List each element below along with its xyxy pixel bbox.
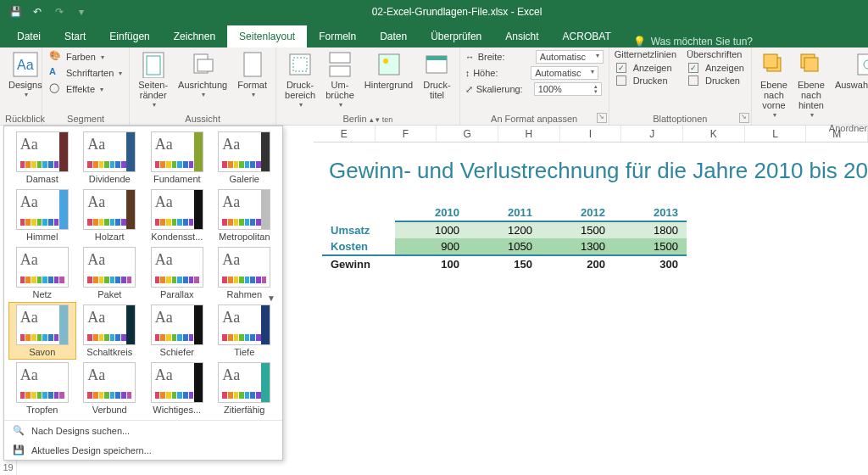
col-header[interactable]: H: [498, 126, 560, 142]
year-header[interactable]: 2011: [468, 204, 541, 221]
theme-item[interactable]: AaDamast: [9, 130, 75, 186]
theme-item[interactable]: AaFundament: [144, 130, 210, 186]
theme-item[interactable]: AaHimmel: [9, 187, 75, 243]
tab-start[interactable]: Start: [53, 25, 97, 48]
cell[interactable]: 1500: [614, 238, 687, 255]
scale-icon: ⤢: [465, 84, 473, 95]
theme-item[interactable]: AaSchiefer: [144, 303, 210, 359]
auswahlbereich-button[interactable]: Auswahlbereich: [832, 49, 868, 92]
value: Automatisc: [540, 52, 586, 62]
spinner-icon[interactable]: ▴▾: [594, 84, 598, 94]
col-header[interactable]: J: [621, 126, 683, 142]
cell[interactable]: 1500: [541, 221, 614, 238]
umbrueche-button[interactable]: Um- brüche▾: [322, 49, 358, 112]
window-title: 02-Excel-Grundlagen-File.xlsx - Excel: [97, 6, 868, 18]
undo-icon[interactable]: ↶: [27, 3, 47, 21]
theme-item[interactable]: AaTiefe: [212, 303, 278, 359]
druckbereich-button[interactable]: Druck- bereich▾: [281, 49, 319, 112]
save-icon[interactable]: 💾: [5, 3, 25, 21]
tab-daten[interactable]: Daten: [368, 25, 419, 48]
dialog-launcher-icon[interactable]: ↘: [597, 113, 607, 123]
pl-table[interactable]: 2010 2011 2012 2013 Umsatz 1000 1200 150…: [322, 204, 687, 272]
theme-label: Himmel: [11, 232, 74, 242]
theme-item[interactable]: AaWichtiges...: [144, 360, 210, 416]
theme-item[interactable]: AaNetz: [9, 245, 75, 301]
cell[interactable]: 1050: [468, 238, 541, 255]
drucktitel-button[interactable]: Druck- titel: [420, 49, 453, 102]
year-header[interactable]: 2010: [395, 204, 468, 221]
cell[interactable]: 1200: [468, 221, 541, 238]
theme-item[interactable]: AaPaket: [77, 245, 143, 301]
cell[interactable]: 150: [468, 255, 541, 272]
row-label[interactable]: Umsatz: [322, 221, 395, 238]
theme-item[interactable]: AaGalerie: [212, 130, 278, 186]
cell[interactable]: 1300: [541, 238, 614, 255]
seitenraender-button[interactable]: Seiten- ränder▾: [135, 49, 171, 112]
farben-button[interactable]: 🎨Farben▾: [47, 49, 106, 64]
dialog-launcher-icon[interactable]: ↘: [739, 113, 749, 123]
theme-item[interactable]: AaDividende: [77, 130, 143, 186]
ueberschriften-drucken-checkbox[interactable]: Drucken: [687, 75, 746, 87]
skalierung-row[interactable]: ⤢Skalierung:100%▴▾: [465, 81, 602, 97]
format-button[interactable]: Format▾: [234, 49, 270, 102]
tab-ueberpruefen[interactable]: Überprüfen: [419, 25, 493, 48]
ebene-vorne-button[interactable]: Ebene nach vorne▾: [757, 49, 791, 122]
year-header[interactable]: 2012: [541, 204, 614, 221]
theme-item[interactable]: AaMetropolitan: [212, 187, 278, 243]
col-header[interactable]: K: [683, 126, 745, 142]
gitternetz-anzeigen-checkbox[interactable]: ✓Anzeigen: [615, 62, 676, 74]
theme-item[interactable]: AaSchaltkreis: [77, 303, 143, 359]
row-label[interactable]: Kosten: [322, 238, 395, 255]
effekte-button[interactable]: ◯Effekte▾: [47, 81, 105, 97]
theme-item[interactable]: AaSavon: [9, 303, 75, 359]
ueberschriften-anzeigen-checkbox[interactable]: ✓Anzeigen: [687, 62, 746, 74]
hoehe-row[interactable]: ↕Höhe:Automatisc▾: [465, 65, 599, 81]
cell[interactable]: 1800: [614, 221, 687, 238]
row-number[interactable]: 19: [0, 460, 17, 475]
cell[interactable]: 200: [541, 255, 614, 272]
col-header[interactable]: I: [560, 126, 622, 142]
tab-datei[interactable]: Datei: [5, 25, 53, 48]
tab-seitenlayout[interactable]: Seitenlayout: [227, 25, 307, 48]
cell[interactable]: 300: [614, 255, 687, 272]
schriftarten-button[interactable]: ASchriftarten▾: [47, 65, 124, 81]
theme-label: Galerie: [214, 174, 276, 184]
tab-formeln[interactable]: Formeln: [307, 25, 368, 48]
designs-button[interactable]: Aa Designs ▾: [5, 49, 46, 102]
col-header[interactable]: G: [437, 126, 498, 142]
theme-item[interactable]: AaZitierfähig: [212, 360, 278, 416]
year-header[interactable]: 2013: [614, 204, 687, 221]
col-header[interactable]: E: [314, 126, 376, 142]
theme-item[interactable]: AaTropfen: [9, 360, 75, 416]
col-header[interactable]: F: [376, 126, 437, 142]
sheet-title[interactable]: Gewinn- und Verlustrechnung für die Jahr…: [314, 142, 868, 204]
scroll-down-icon[interactable]: ▼: [267, 293, 279, 305]
search-designs-button[interactable]: 🔍Nach Designs suchen...: [4, 421, 282, 440]
cell[interactable]: 100: [395, 255, 468, 272]
theme-item[interactable]: AaVerbund: [77, 360, 143, 416]
cell[interactable]: 1000: [395, 221, 468, 238]
redo-icon[interactable]: ↷: [49, 3, 70, 21]
group-scale: ↔Breite:Automatisc▾ ↕Höhe:Automatisc▾ ⤢S…: [460, 48, 609, 125]
gitternetz-drucken-checkbox[interactable]: Drucken: [615, 75, 676, 87]
save-design-button[interactable]: 💾Aktuelles Design speichern...: [4, 440, 282, 460]
ausrichtung-button[interactable]: Ausrichtung▾: [175, 49, 231, 102]
svg-rect-11: [379, 54, 399, 75]
col-header[interactable]: L: [745, 126, 807, 142]
label: Seiten- ränder: [138, 80, 168, 100]
cell[interactable]: 900: [395, 238, 468, 255]
tab-zeichnen[interactable]: Zeichnen: [162, 25, 227, 48]
hintergrund-button[interactable]: Hintergrund: [361, 49, 416, 92]
row-label[interactable]: Gewinn: [322, 255, 395, 272]
tab-acrobat[interactable]: ACROBAT: [551, 25, 623, 48]
theme-item[interactable]: AaKondensst...: [144, 187, 210, 243]
tab-einfuegen[interactable]: Einfügen: [97, 25, 161, 48]
theme-item[interactable]: AaHolzart: [77, 187, 143, 243]
qat-customize-icon[interactable]: ▾: [71, 3, 92, 21]
breite-row[interactable]: ↔Breite:Automatisc▾: [465, 49, 604, 64]
col-header[interactable]: M: [806, 126, 868, 142]
tab-ansicht[interactable]: Ansicht: [493, 25, 550, 48]
ebene-hinten-button[interactable]: Ebene nach hinten▾: [794, 49, 828, 122]
theme-item[interactable]: AaParallax: [144, 245, 210, 301]
tell-me-search[interactable]: 💡 Was möchten Sie tun?: [623, 36, 763, 48]
